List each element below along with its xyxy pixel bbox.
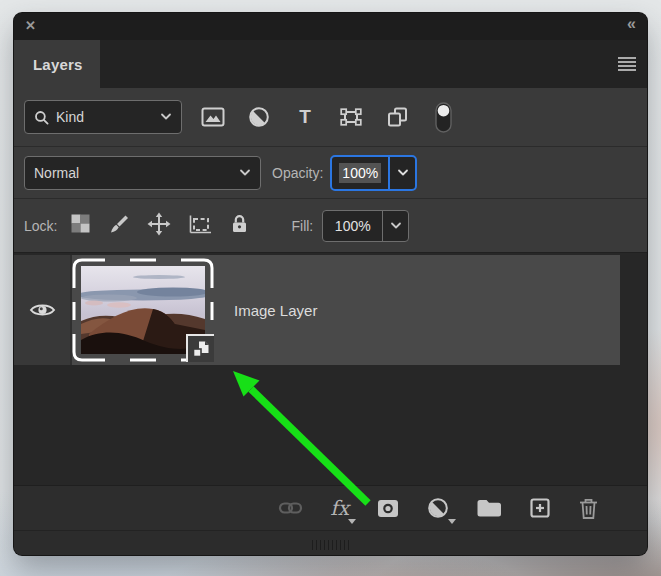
dropdown-triangle-icon — [348, 519, 356, 524]
opacity-dropdown-button[interactable] — [390, 157, 415, 189]
layer-list: Image Layer — [14, 253, 647, 485]
new-layer-icon — [529, 497, 551, 519]
tab-bar: Layers — [14, 40, 647, 88]
layer-row[interactable]: Image Layer — [14, 255, 620, 365]
filter-adjustment-layers-icon[interactable] — [246, 102, 272, 132]
panel-header: ✕ « — [14, 13, 647, 40]
filter-smart-objects-icon[interactable] — [384, 102, 410, 132]
chevron-down-icon — [397, 169, 409, 177]
lock-buttons — [70, 212, 249, 240]
filtering-toggle[interactable] — [430, 102, 456, 132]
lock-image-pixels-icon[interactable] — [108, 213, 130, 239]
lock-transparent-pixels-icon[interactable] — [70, 213, 91, 238]
fill-input[interactable]: 100% — [323, 211, 382, 241]
layer-thumbnail[interactable] — [72, 258, 214, 362]
smart-object-badge-icon — [192, 340, 210, 358]
new-group-button[interactable] — [476, 493, 502, 523]
layer-name[interactable]: Image Layer — [234, 302, 317, 319]
link-layers-button[interactable] — [278, 493, 303, 523]
tab-layers[interactable]: Layers — [14, 40, 100, 88]
folder-icon — [476, 498, 502, 518]
layer-visibility-cell[interactable] — [14, 255, 72, 365]
desktop-background: { "window": { "close_glyph": "✕", "colla… — [0, 0, 661, 576]
lock-position-icon[interactable] — [147, 212, 171, 240]
lock-all-icon[interactable] — [230, 213, 249, 238]
filter-kind-dropdown[interactable]: Kind — [24, 100, 182, 134]
fill-label: Fill: — [291, 218, 313, 234]
close-icon[interactable]: ✕ — [25, 18, 36, 33]
adjustment-layer-icon — [427, 497, 449, 519]
fill-value: 100% — [335, 218, 371, 234]
filter-kind-value: Kind — [56, 109, 84, 125]
hamburger-menu-icon — [618, 56, 636, 72]
filter-pixel-layers-icon[interactable] — [200, 102, 226, 132]
add-layer-mask-button[interactable] — [376, 493, 400, 523]
smart-object-badge — [186, 334, 214, 362]
blend-row: Normal Opacity: 100% — [14, 147, 647, 199]
fx-icon: fx — [330, 498, 349, 518]
filter-type-buttons: T — [200, 102, 456, 132]
dropdown-triangle-icon — [448, 519, 456, 524]
delete-layer-button[interactable] — [578, 493, 599, 523]
filter-row: Kind T — [14, 88, 647, 147]
chevron-down-icon — [160, 113, 172, 121]
layer-mask-icon — [376, 498, 400, 519]
filter-shape-layers-icon[interactable] — [338, 102, 364, 132]
fill-combo: 100% — [322, 210, 409, 242]
new-adjustment-layer-button[interactable] — [427, 493, 449, 523]
lock-label: Lock: — [24, 218, 57, 234]
opacity-input[interactable]: 100% — [332, 157, 388, 189]
lock-row: Lock: — [14, 199, 647, 253]
filter-type-layers-icon[interactable]: T — [292, 102, 318, 132]
eye-icon — [29, 301, 56, 319]
panel-toolbar: fx — [14, 485, 647, 530]
panel-footer — [14, 530, 647, 555]
search-icon — [34, 110, 49, 125]
fill-dropdown-button[interactable] — [383, 211, 408, 241]
chevron-down-icon — [239, 169, 251, 177]
link-icon — [278, 497, 303, 519]
lock-artboard-nesting-icon[interactable] — [188, 213, 213, 239]
resize-grip[interactable] — [312, 540, 349, 550]
chevron-down-icon — [390, 222, 402, 230]
layer-style-fx-button[interactable]: fx — [330, 493, 349, 523]
layer-controls: Kind T — [14, 88, 647, 253]
collapse-panel-icon[interactable]: « — [627, 15, 635, 33]
opacity-combo: 100% — [330, 155, 417, 191]
panel-menu-button[interactable] — [617, 55, 637, 73]
blend-mode-value: Normal — [34, 165, 79, 181]
layers-panel: ✕ « Layers Kind — [14, 13, 647, 555]
trash-icon — [578, 497, 599, 520]
blend-mode-dropdown[interactable]: Normal — [24, 156, 261, 190]
opacity-value: 100% — [339, 163, 381, 183]
new-layer-button[interactable] — [529, 493, 551, 523]
opacity-label: Opacity: — [272, 165, 323, 181]
